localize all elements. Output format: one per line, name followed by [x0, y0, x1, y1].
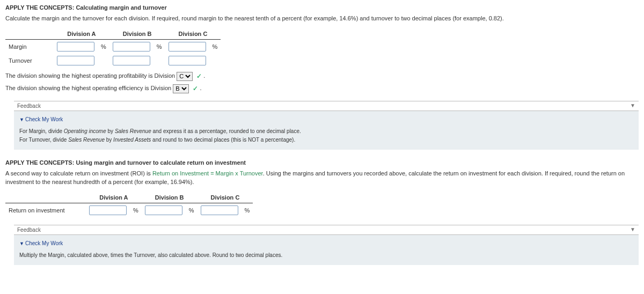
- feedback-header[interactable]: Feedback ▼: [14, 225, 639, 235]
- feedback-header-label: Feedback: [17, 103, 41, 109]
- cmw-label: Check My Work: [25, 240, 63, 246]
- feedback-block-1: Feedback ▼ ▼Check My Work For Margin, di…: [14, 101, 639, 150]
- pct-symbol: %: [209, 39, 221, 54]
- profitability-dropdown[interactable]: C: [177, 72, 193, 81]
- col-division-b: Division B: [109, 28, 165, 40]
- col-blank: [5, 28, 54, 40]
- sentence1-pre: The division showing the highest operati…: [5, 72, 177, 79]
- col-division-c: Division C: [165, 28, 221, 40]
- triangle-icon: ▼: [19, 117, 25, 122]
- roi-b-input[interactable]: [145, 205, 182, 215]
- row-margin-label: Margin: [5, 39, 54, 54]
- roi-formula: Return on Investment = Margin x Turnover: [152, 170, 263, 177]
- section1-title: APPLY THE CONCEPTS: Calculating margin a…: [5, 4, 639, 11]
- feedback-line: Multiply the Margin, calculated above, t…: [19, 251, 633, 260]
- check-icon: ✓: [194, 72, 202, 80]
- roi-c-input[interactable]: [201, 205, 238, 215]
- pct-symbol: %: [130, 203, 142, 217]
- roi-table: Division A Division B Division C Return …: [5, 192, 253, 217]
- margin-b-input[interactable]: [113, 42, 150, 52]
- sentence2-pre: The division showing the highest operati…: [5, 85, 173, 91]
- feedback-header[interactable]: Feedback ▼: [14, 101, 639, 111]
- row-turnover-label: Turnover: [5, 54, 54, 68]
- check-my-work-link[interactable]: ▼Check My Work: [19, 239, 63, 248]
- turnover-c-input[interactable]: [169, 56, 206, 65]
- turnover-a-input[interactable]: [57, 56, 94, 65]
- turnover-b-input[interactable]: [113, 56, 150, 65]
- pct-symbol: %: [153, 39, 165, 54]
- pct-symbol: %: [186, 203, 197, 217]
- cmw-label: Check My Work: [25, 116, 63, 122]
- feedback-line1: For Margin, divide Operating income by S…: [19, 127, 633, 136]
- roi-a-input[interactable]: [89, 205, 127, 215]
- profitability-sentence: The division showing the highest operati…: [5, 72, 639, 81]
- period: .: [203, 72, 205, 79]
- margin-turnover-table: Division A Division B Division C Margin …: [5, 28, 221, 68]
- margin-a-input[interactable]: [57, 42, 94, 52]
- col-division-c: Division C: [197, 192, 253, 203]
- feedback-body: ▼Check My Work For Margin, divide Operat…: [14, 111, 639, 150]
- check-my-work-link[interactable]: ▼Check My Work: [19, 115, 63, 124]
- section2-instructions: A second way to calculate return on inve…: [5, 169, 639, 187]
- col-division-a: Division A: [86, 192, 142, 203]
- feedback-header-label: Feedback: [17, 227, 41, 233]
- section2-title: APPLY THE CONCEPTS: Using margin and tur…: [5, 159, 639, 166]
- pct-symbol: %: [98, 39, 109, 54]
- period: .: [200, 85, 201, 91]
- triangle-icon: ▼: [19, 241, 25, 246]
- efficiency-dropdown[interactable]: B: [173, 84, 189, 93]
- expand-icon[interactable]: ▼: [630, 226, 635, 232]
- margin-c-input[interactable]: [169, 42, 206, 52]
- feedback-line2: For Turnover, divide Sales Revenue by In…: [19, 136, 633, 144]
- section1-instructions: Calculate the margin and the turnover fo…: [5, 14, 639, 23]
- col-division-b: Division B: [142, 192, 197, 203]
- row-roi-label: Return on investment: [5, 203, 86, 217]
- feedback-block-2: Feedback ▼ ▼Check My Work Multiply the M…: [14, 225, 639, 265]
- efficiency-sentence: The division showing the highest operati…: [5, 84, 639, 93]
- col-division-a: Division A: [54, 28, 109, 40]
- check-icon: ✓: [191, 85, 198, 92]
- pct-symbol: %: [241, 203, 253, 217]
- col-blank: [5, 192, 86, 203]
- expand-icon[interactable]: ▼: [630, 102, 635, 108]
- feedback-body: ▼Check My Work Multiply the Margin, calc…: [14, 235, 639, 265]
